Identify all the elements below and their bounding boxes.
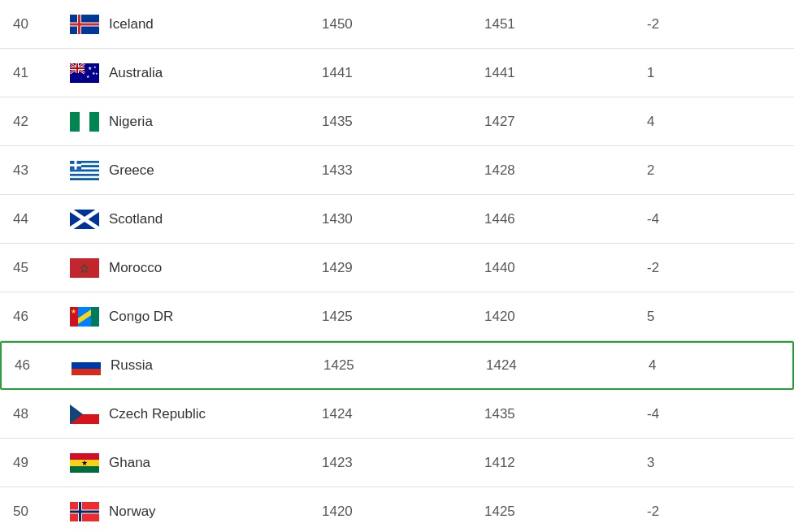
rank-cell: 42 xyxy=(0,102,57,141)
rank-cell: 40 xyxy=(0,5,57,44)
flag-icon: ★ ★ ★ ★ ★ xyxy=(70,63,99,83)
country-name: Scotland xyxy=(109,211,163,227)
change-cell: -2 xyxy=(634,249,715,288)
rank-cell: 49 xyxy=(0,443,57,482)
current-rating-cell: 1424 xyxy=(309,395,471,434)
rank-cell: 50 xyxy=(0,492,57,531)
table-row: 41 ★ ★ ★ ★ ★ Australia144114411 xyxy=(0,49,794,97)
previous-rating-cell: 1435 xyxy=(471,395,634,434)
previous-rating-cell: 1446 xyxy=(471,200,634,239)
previous-rating-cell: 1420 xyxy=(471,297,634,336)
country-cell: ★ Ghana xyxy=(57,442,309,484)
country-name: Greece xyxy=(109,162,154,179)
change-cell: -4 xyxy=(634,200,715,239)
change-cell: 5 xyxy=(634,297,715,336)
svg-text:★: ★ xyxy=(93,65,97,69)
rank-cell: 46 xyxy=(0,297,57,336)
svg-text:★: ★ xyxy=(71,308,76,315)
table-row: 50 Norway14201425-2 xyxy=(0,487,794,532)
rank-cell: 44 xyxy=(0,200,57,239)
country-cell: Norway xyxy=(57,491,309,533)
flag-icon xyxy=(70,15,99,34)
svg-rect-4 xyxy=(70,23,99,25)
svg-rect-64 xyxy=(70,510,99,513)
change-cell: 2 xyxy=(634,151,715,190)
svg-rect-31 xyxy=(70,174,99,176)
previous-rating-cell: 1427 xyxy=(471,102,634,141)
rank-cell: 41 xyxy=(0,54,57,93)
current-rating-cell: 1441 xyxy=(309,54,471,93)
svg-rect-40 xyxy=(70,258,99,278)
table-row: 49 ★ Ghana142314123 xyxy=(0,439,794,487)
flag-icon: ★ xyxy=(70,453,99,473)
country-cell: Iceland xyxy=(57,3,309,45)
previous-rating-cell: 1451 xyxy=(471,5,634,44)
current-rating-cell: 1423 xyxy=(309,443,471,482)
svg-rect-33 xyxy=(70,178,99,180)
flag-icon xyxy=(70,210,99,229)
svg-rect-29 xyxy=(70,169,99,171)
current-rating-cell: 1425 xyxy=(310,346,473,385)
country-cell: Russia xyxy=(59,344,310,387)
svg-rect-36 xyxy=(70,163,81,166)
table-row: 48 Czech Republic14241435-4 xyxy=(0,390,794,439)
change-cell: 3 xyxy=(634,443,715,482)
change-cell: 4 xyxy=(634,102,715,141)
svg-rect-48 xyxy=(72,362,101,369)
table-row: 46 Russia142514244 xyxy=(0,341,794,390)
country-cell: ★ Congo DR xyxy=(57,296,309,338)
svg-rect-20 xyxy=(70,112,80,132)
svg-rect-22 xyxy=(89,112,99,132)
current-rating-cell: 1420 xyxy=(309,492,471,531)
country-name: Morocco xyxy=(109,260,162,276)
flag-icon xyxy=(70,404,99,424)
table-row: 46 ★ Congo DR142514205 xyxy=(0,292,794,341)
country-name: Australia xyxy=(109,65,163,81)
svg-rect-47 xyxy=(72,356,101,362)
flag-icon xyxy=(70,502,99,521)
flag-icon xyxy=(70,112,99,132)
country-cell: Czech Republic xyxy=(57,393,309,435)
svg-rect-45 xyxy=(91,307,99,327)
svg-rect-58 xyxy=(70,466,99,473)
rankings-table: 40 Iceland14501451-241 ★ ★ ★ ★ ★ Austral… xyxy=(0,0,794,532)
svg-rect-30 xyxy=(70,171,99,174)
change-cell: 1 xyxy=(634,54,715,93)
svg-text:★: ★ xyxy=(95,71,98,76)
country-cell: Nigeria xyxy=(57,101,309,143)
country-name: Congo DR xyxy=(109,309,173,325)
table-row: 44 Scotland14301446-4 xyxy=(0,195,794,244)
country-name: Iceland xyxy=(109,16,154,32)
country-cell: ★ ★ ★ ★ ★ Australia xyxy=(57,52,309,94)
svg-rect-32 xyxy=(70,175,99,178)
change-cell: -2 xyxy=(634,5,715,44)
current-rating-cell: 1450 xyxy=(309,5,471,44)
flag-icon xyxy=(72,356,101,375)
svg-rect-14 xyxy=(70,67,85,69)
rank-cell: 45 xyxy=(0,249,57,288)
rank-cell: 48 xyxy=(0,395,57,434)
rank-cell: 46 xyxy=(2,346,59,385)
current-rating-cell: 1433 xyxy=(309,151,471,190)
table-row: 45 Morocco14291440-2 xyxy=(0,244,794,292)
current-rating-cell: 1429 xyxy=(309,249,471,288)
country-name: Czech Republic xyxy=(109,406,206,422)
flag-icon xyxy=(70,258,99,278)
previous-rating-cell: 1424 xyxy=(473,346,636,385)
svg-rect-21 xyxy=(80,112,89,132)
current-rating-cell: 1435 xyxy=(309,102,471,141)
table-row: 43 Greece143314282 xyxy=(0,146,794,195)
flag-icon: ★ xyxy=(70,307,99,327)
rank-cell: 43 xyxy=(0,151,57,190)
svg-rect-49 xyxy=(72,369,101,375)
previous-rating-cell: 1441 xyxy=(471,54,634,93)
current-rating-cell: 1425 xyxy=(309,297,471,336)
svg-text:★: ★ xyxy=(81,459,88,467)
change-cell: -2 xyxy=(634,492,715,531)
flag-icon xyxy=(70,161,99,180)
previous-rating-cell: 1412 xyxy=(471,443,634,482)
change-cell: 4 xyxy=(636,346,717,385)
table-row: 40 Iceland14501451-2 xyxy=(0,0,794,49)
country-name: Norway xyxy=(109,504,156,520)
table-row: 42 Nigeria143514274 xyxy=(0,97,794,146)
